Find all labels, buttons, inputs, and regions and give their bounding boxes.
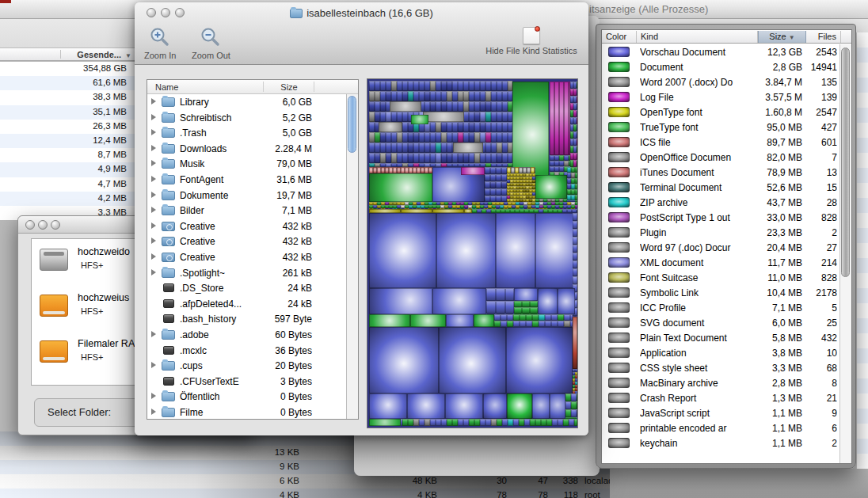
disclosure-triangle-icon[interactable] <box>151 393 156 399</box>
minimize-icon[interactable] <box>38 220 48 230</box>
file-kind-row[interactable]: TrueType font95,0 MB427 <box>602 120 841 135</box>
file-kind-row[interactable]: MacBinary archive2,8 MB8 <box>602 375 841 390</box>
file-kind-row[interactable]: Document2,8 GB14941 <box>602 59 841 74</box>
treemap-canvas[interactable] <box>367 79 577 428</box>
disclosure-triangle-icon[interactable] <box>151 253 156 260</box>
table-row[interactable]: 38,3 MB <box>0 90 135 105</box>
file-kind-row[interactable]: iTunes Document78,9 MB13 <box>602 165 841 180</box>
table-row[interactable]: 35,1 MB <box>0 105 135 120</box>
file-kind-row[interactable]: Font Suitcase11,0 MB828 <box>602 270 841 285</box>
disclosure-triangle-icon[interactable] <box>151 192 156 198</box>
table-row[interactable]: 61,6 MB <box>0 76 135 90</box>
file-kind-row[interactable]: Application3,8 MB10 <box>602 345 841 360</box>
file-kind-row[interactable]: ICS file89,7 MB601 <box>602 135 841 150</box>
disclosure-triangle-icon[interactable] <box>151 362 156 368</box>
disclosure-triangle-icon[interactable] <box>151 331 156 337</box>
column-header-size[interactable]: Size <box>264 82 314 92</box>
file-kind-row[interactable]: OpenType font1.60,8 M2547 <box>602 105 841 120</box>
drawer-scrollbar-thumb[interactable] <box>841 48 850 277</box>
file-kind-row[interactable]: SVG document6,0 MB25 <box>602 315 841 330</box>
file-kind-row[interactable]: keychain1,1 MB2 <box>602 435 841 450</box>
column-divider[interactable] <box>314 82 314 92</box>
disclosure-triangle-icon[interactable] <box>151 160 156 166</box>
kind-color-swatch <box>608 122 630 132</box>
column-header-color[interactable]: Color <box>602 31 637 43</box>
file-list-row[interactable]: Dokumente19,7 MB <box>147 188 347 203</box>
column-header-name[interactable]: Name <box>155 82 178 92</box>
file-list-row[interactable]: Musik79,0 MB <box>147 156 347 172</box>
file-kind-row[interactable]: Vorschau Document12,3 GB2543 <box>602 44 841 59</box>
file-list-row[interactable]: .mcxlc36 Bytes <box>147 343 347 359</box>
file-kind-row[interactable]: XML document11,7 MB214 <box>602 255 841 270</box>
file-list-row[interactable]: Öffentlich0 Bytes <box>147 389 347 405</box>
disclosure-triangle-icon[interactable] <box>151 207 156 213</box>
file-kind-row[interactable]: PostScript Type 1 out33,0 MB828 <box>602 210 841 225</box>
disclosure-triangle-icon[interactable] <box>151 222 156 229</box>
file-list-row[interactable]: .Trash5,0 GB <box>147 125 347 141</box>
file-list-scrollbar-thumb[interactable] <box>348 96 356 153</box>
table-row[interactable]: 8,7 MB <box>0 148 135 162</box>
titlebar-toolbar[interactable]: isabellesteinbach (16,6 GB) Zoom In Zoom… <box>135 2 588 65</box>
kind-label: Terminal Document <box>640 182 757 193</box>
file-list-row[interactable]: Creative432 kB <box>147 249 347 265</box>
file-list-row[interactable]: .CFUserTextE3 Bytes <box>147 374 347 390</box>
table-row[interactable]: 4,7 MB <box>0 177 135 192</box>
disclosure-triangle-icon[interactable] <box>151 129 156 135</box>
file-kind-row[interactable]: Plugin23,3 MB2 <box>602 225 841 240</box>
file-kind-row[interactable]: Plain Text Document5,8 MB432 <box>602 330 841 345</box>
disclosure-triangle-icon[interactable] <box>151 98 156 105</box>
file-kind-row[interactable]: OpenOffice Documen82,0 MB7 <box>602 150 841 165</box>
file-list-row[interactable]: .DS_Store24 kB <box>147 280 347 296</box>
file-kind-row[interactable]: Symbolic Link10,4 MB2178 <box>602 285 841 300</box>
column-header-kind[interactable]: Kind <box>638 31 758 43</box>
close-icon[interactable] <box>25 220 35 230</box>
table-row[interactable]: 26,3 MB <box>0 120 135 134</box>
table-row[interactable]: 354,88 GB <box>0 62 135 76</box>
file-kind-row[interactable]: printable encoded ar1,1 MB6 <box>602 420 841 435</box>
file-kind-row[interactable]: Word 97 (.doc) Docur20,4 MB27 <box>602 240 841 255</box>
file-list-row[interactable]: .afpDeleted4...24 kB <box>147 296 347 312</box>
file-kind-row[interactable]: ICC Profile7,1 MB5 <box>602 300 841 315</box>
file-kind-row[interactable]: Terminal Document52,6 MB15 <box>602 180 841 195</box>
table-row[interactable]: 4,9 MB <box>0 162 135 177</box>
zoom-in-button[interactable]: Zoom In <box>144 27 176 60</box>
disclosure-triangle-icon[interactable] <box>151 114 156 120</box>
file-list-row[interactable]: .bash_history597 Byte <box>147 311 347 327</box>
file-list-row[interactable]: Creative432 kB <box>147 234 347 249</box>
file-kind-row[interactable]: CSS style sheet3,3 MB68 <box>602 360 841 375</box>
disclosure-triangle-icon[interactable] <box>151 145 156 151</box>
file-list-row[interactable]: Creative432 kB <box>147 219 347 234</box>
disclosure-triangle-icon[interactable] <box>151 238 156 244</box>
file-list-row[interactable]: Bilder7,1 MB <box>147 203 347 219</box>
disclosure-triangle-icon[interactable] <box>151 409 156 415</box>
column-header-gesendet[interactable]: Gesende... ▼ <box>0 48 135 61</box>
zoom-window-icon[interactable] <box>51 220 60 230</box>
file-kind-row[interactable]: Word 2007 (.docx) Do3.84,7 M135 <box>602 74 841 89</box>
table-row[interactable]: 4,2 MB <box>0 192 135 206</box>
file-list-row[interactable]: .cups20 Bytes <box>147 358 347 374</box>
screen: itsanzeige (Alle Prozesse) Gesende... ▼ … <box>0 0 868 498</box>
file-kind-row[interactable]: Crash Report1,3 MB21 <box>602 390 841 405</box>
file-list-row[interactable]: Schreibtisch5,2 GB <box>147 110 347 126</box>
file-list-row[interactable]: Filme0 Bytes <box>147 405 347 420</box>
file-list-row[interactable]: Library6,0 GB <box>147 94 347 110</box>
file-list-row[interactable]: Downloads2.28,4 M <box>147 141 347 157</box>
column-header-size[interactable]: Size ▼ <box>758 31 806 43</box>
disclosure-triangle-icon[interactable] <box>151 176 156 182</box>
table-cell: 338 <box>515 476 578 485</box>
hide-file-kind-statistics-button[interactable]: Hide File Kind Statistics <box>480 27 583 55</box>
file-list-scrollbar[interactable] <box>346 94 358 419</box>
disclosure-triangle-icon[interactable] <box>151 269 156 276</box>
file-kind-row[interactable]: JavaScript script1,1 MB9 <box>602 405 841 420</box>
window-title: isabellesteinbach (16,6 GB) <box>135 7 588 19</box>
file-list-row[interactable]: .Spotlight~261 kB <box>147 265 347 281</box>
file-kind-row[interactable]: Log File3.57,5 M139 <box>602 89 841 105</box>
column-header-files[interactable]: Files <box>806 31 841 43</box>
drawer-scrollbar[interactable] <box>839 44 851 464</box>
zoom-out-button[interactable]: Zoom Out <box>192 27 230 60</box>
close-icon[interactable] <box>0 0 11 3</box>
file-list-row[interactable]: .adobe60 Bytes <box>147 327 347 343</box>
table-row[interactable]: 12,4 MB <box>0 134 135 148</box>
file-kind-row[interactable]: ZIP archive43,7 MB28 <box>602 195 841 210</box>
file-list-row[interactable]: FontAgent31,6 MB <box>147 172 347 188</box>
